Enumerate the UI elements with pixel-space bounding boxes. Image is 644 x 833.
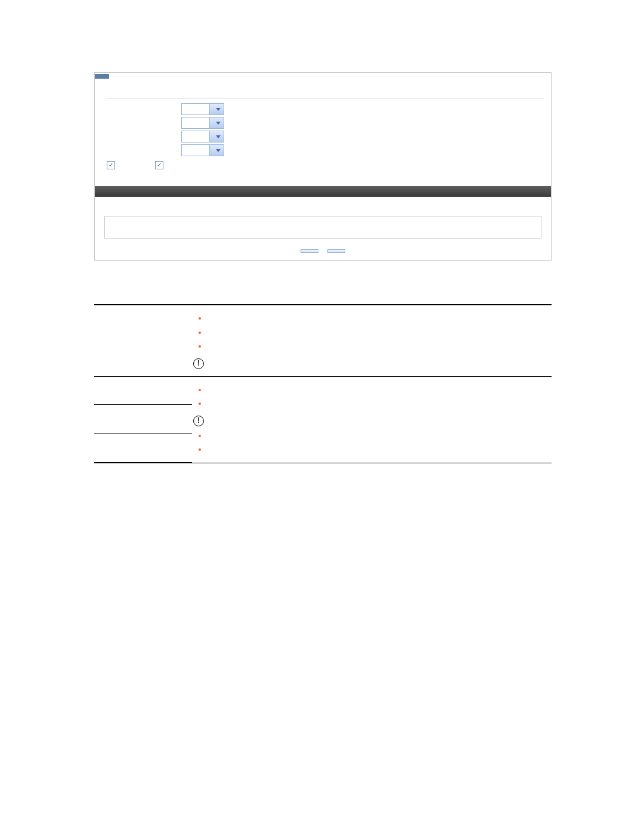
chevron-down-icon [209, 145, 224, 156]
chevron-down-icon [209, 131, 224, 142]
list-item [208, 384, 550, 396]
heading-a [94, 54, 552, 64]
list-item [208, 327, 550, 339]
checkbox-log[interactable]: ✓ [155, 161, 166, 169]
check-icon: ✓ [107, 161, 115, 169]
section-title [107, 94, 544, 98]
table-row: ! [94, 305, 552, 376]
important-icon: ! [193, 416, 204, 426]
important-icon: ! [193, 358, 204, 369]
list-item [208, 312, 550, 324]
cell-item [94, 305, 192, 376]
chevron-down-icon [209, 117, 224, 128]
check-icon: ✓ [155, 161, 163, 169]
cancel-button[interactable] [327, 249, 345, 253]
apply-button[interactable] [301, 249, 318, 253]
row-control-mode [107, 103, 544, 115]
table-row: ! [94, 376, 552, 405]
chevron-down-icon [209, 104, 224, 114]
important-heading: ! [193, 358, 550, 369]
storm-constrain-screenshot: ✓ ✓ [94, 72, 552, 261]
heading-2 [94, 281, 552, 291]
row-broadcast [107, 117, 544, 129]
selected-ports-box [104, 216, 541, 239]
tab-storm-constrain[interactable] [95, 74, 109, 79]
config-table: ! ! [94, 298, 552, 463]
row-unicast [107, 144, 544, 156]
select-control-mode[interactable] [181, 103, 224, 115]
cell-item [94, 405, 192, 433]
select-unicast[interactable] [181, 144, 224, 156]
port-selector-strip [95, 186, 551, 197]
cell-item [94, 433, 192, 463]
row-multicast [107, 131, 544, 143]
list-item [208, 340, 550, 352]
list-item [208, 444, 550, 456]
th-item [94, 298, 192, 305]
cell-remarks: ! [192, 376, 552, 463]
list-item [208, 430, 550, 442]
important-heading: ! [193, 416, 550, 426]
select-multicast[interactable] [181, 131, 224, 143]
list-item [208, 398, 550, 410]
select-broadcast[interactable] [181, 117, 224, 129]
cell-item [94, 376, 192, 405]
checkbox-trap[interactable]: ✓ [107, 161, 117, 169]
cell-remarks: ! [192, 305, 552, 376]
th-remarks [192, 298, 552, 305]
